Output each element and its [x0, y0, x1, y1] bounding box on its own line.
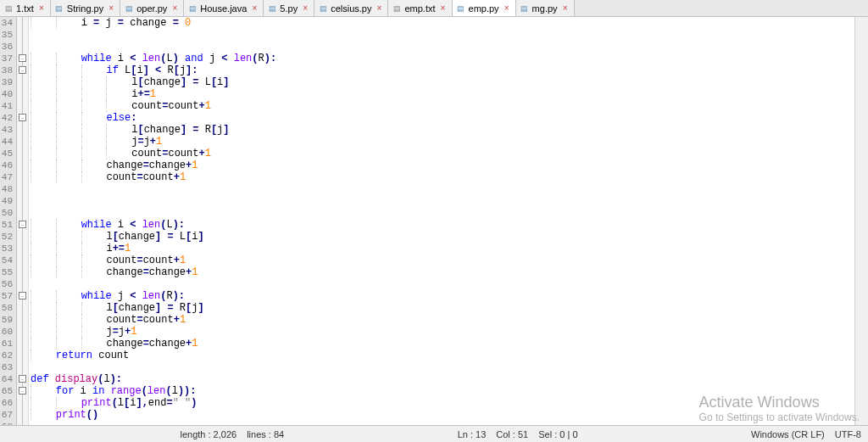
tab-celsius-py[interactable]: ▤celsius.py× — [314, 0, 388, 16]
fold-toggle[interactable]: - — [19, 387, 26, 394]
fold-toggle[interactable]: - — [19, 54, 26, 62]
code-line[interactable]: change=change+1 — [31, 159, 868, 171]
tab-emp-py[interactable]: ▤emp.py× — [453, 0, 516, 16]
tab-label: 1.txt — [16, 3, 34, 14]
code-line[interactable] — [31, 278, 868, 290]
close-icon[interactable]: × — [502, 3, 512, 14]
code-line[interactable] — [31, 183, 868, 195]
status-length: length : 2,026 — [180, 429, 236, 439]
tab-emp-txt[interactable]: ▤emp.txt× — [388, 0, 452, 16]
line-number: 67 — [0, 409, 13, 421]
line-number: 34 — [0, 17, 13, 29]
code-line[interactable]: j=j+1 — [31, 136, 868, 148]
status-sel: Sel : 0 | 0 — [538, 429, 577, 439]
line-number: 39 — [0, 76, 13, 88]
line-number: 54 — [0, 255, 13, 266]
code-line[interactable] — [31, 29, 868, 41]
tab-bar: ▤1.txt×▤String.py×▤oper.py×▤House.java×▤… — [0, 0, 868, 17]
tab-label: emp.py — [469, 3, 499, 14]
code-line[interactable]: l[change] = R[j] — [31, 302, 868, 314]
code-line[interactable]: l[change] = L[i] — [31, 76, 868, 88]
code-line[interactable]: count=count+1 — [31, 255, 868, 266]
tab-String-py[interactable]: ▤String.py× — [51, 0, 120, 16]
close-icon[interactable]: × — [36, 3, 47, 14]
tab-label: House.java — [200, 3, 247, 14]
code-line[interactable]: j=j+1 — [31, 326, 868, 338]
fold-toggle[interactable]: - — [19, 375, 26, 383]
code-line[interactable]: else: — [31, 112, 868, 124]
fold-toggle[interactable]: - — [19, 66, 26, 74]
line-number: 51 — [0, 219, 13, 231]
code-line[interactable]: def display(l): — [31, 373, 868, 385]
code-line[interactable]: count=count+1 — [31, 148, 868, 159]
code-line[interactable]: change=change+1 — [31, 338, 868, 350]
status-eol: Windows (CR LF) — [751, 429, 825, 439]
code-line[interactable]: if L[i] < R[j]: — [31, 64, 868, 76]
code-line[interactable] — [31, 41, 868, 53]
code-line[interactable]: print(l[i],end=" ") — [31, 397, 868, 409]
tab-mg-py[interactable]: ▤mg.py× — [516, 0, 575, 16]
file-icon: ▤ — [267, 3, 277, 14]
code-line[interactable]: count=count+1 — [31, 171, 868, 183]
file-icon: ▤ — [187, 3, 198, 14]
vertical-scrollbar[interactable] — [854, 17, 868, 425]
code-line[interactable]: while i < len(L) and j < len(R): — [31, 53, 868, 64]
close-icon[interactable]: × — [560, 3, 570, 14]
line-number: 66 — [0, 397, 13, 409]
line-number: 52 — [0, 231, 13, 243]
code-line[interactable]: while j < len(R): — [31, 290, 868, 302]
code-line[interactable]: i+=1 — [31, 88, 868, 100]
code-line[interactable]: return count — [31, 350, 868, 361]
line-number: 65 — [0, 385, 13, 397]
tab-House-java[interactable]: ▤House.java× — [184, 0, 264, 16]
line-number: 60 — [0, 326, 13, 338]
file-icon: ▤ — [456, 3, 466, 14]
line-number: 40 — [0, 88, 13, 100]
code-area[interactable]: i = j = change = 0 while i < len(L) and … — [29, 17, 868, 425]
code-line[interactable]: i+=1 — [31, 243, 868, 255]
fold-toggle[interactable]: - — [19, 292, 26, 299]
tab-5-py[interactable]: ▤5.py× — [264, 0, 314, 16]
fold-toggle[interactable]: - — [19, 221, 26, 228]
fold-gutter: ------- — [17, 17, 29, 433]
line-number: 35 — [0, 29, 13, 41]
code-line[interactable] — [31, 361, 868, 373]
code-line[interactable] — [31, 207, 868, 219]
line-number: 46 — [0, 159, 13, 171]
close-icon[interactable]: × — [249, 3, 259, 14]
file-icon: ▤ — [54, 3, 64, 14]
line-number: 37 — [0, 53, 13, 64]
tab-label: String.py — [67, 3, 103, 14]
code-line[interactable] — [31, 195, 868, 207]
code-line[interactable]: for i in range(len(l)): — [31, 385, 868, 397]
file-icon: ▤ — [3, 3, 14, 14]
line-number: 57 — [0, 290, 13, 302]
status-col: Col : 51 — [496, 429, 528, 439]
line-number: 43 — [0, 124, 13, 136]
tab-1-txt[interactable]: ▤1.txt× — [0, 0, 51, 16]
file-icon: ▤ — [520, 3, 530, 14]
file-icon: ▤ — [392, 3, 402, 14]
code-line[interactable]: l[change] = L[i] — [31, 231, 868, 243]
code-line[interactable]: count=count+1 — [31, 100, 868, 112]
line-number: 45 — [0, 148, 13, 159]
close-icon[interactable]: × — [300, 3, 310, 14]
code-line[interactable]: l[change] = R[j] — [31, 124, 868, 136]
tab-label: mg.py — [532, 3, 558, 14]
close-icon[interactable]: × — [170, 3, 180, 14]
status-lines: lines : 84 — [247, 429, 284, 439]
tab-label: celsius.py — [331, 3, 371, 14]
line-number: 55 — [0, 266, 13, 278]
fold-toggle[interactable]: - — [19, 114, 26, 121]
close-icon[interactable]: × — [374, 3, 384, 14]
code-line[interactable]: change=change+1 — [31, 266, 868, 278]
code-line[interactable]: while i < len(L): — [31, 219, 868, 231]
code-line[interactable]: count=count+1 — [31, 314, 868, 326]
close-icon[interactable]: × — [106, 3, 116, 14]
line-number: 56 — [0, 278, 13, 290]
tab-oper-py[interactable]: ▤oper.py× — [120, 0, 184, 16]
close-icon[interactable]: × — [438, 3, 448, 14]
code-line[interactable]: i = j = change = 0 — [31, 17, 868, 29]
line-number-gutter: 3435363738394041424344454647484950515253… — [0, 17, 17, 425]
code-line[interactable]: print() — [31, 409, 868, 421]
